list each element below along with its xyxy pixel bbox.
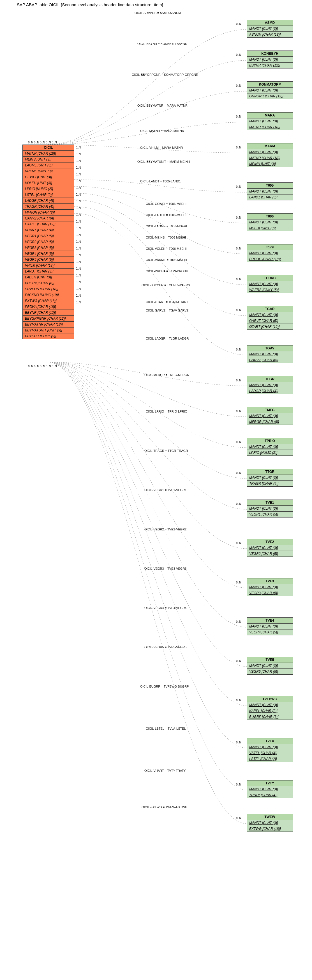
relation-label: OICIL-BBYCUR = TCURC-WAERS bbox=[142, 283, 190, 287]
table-row: VEGR4 [CHAR (5)] bbox=[247, 630, 293, 635]
table-row: BBYMATNR [CHAR (18)] bbox=[23, 321, 74, 328]
table-row: MANDT [CLNT (3)] bbox=[247, 220, 293, 225]
table-row: MANDT [CLNT (3)] bbox=[247, 820, 293, 826]
relation-label: OICIL-GEWEI = T006-MSEHI bbox=[146, 202, 187, 205]
table-row: BUGRP [CHAR (6)] bbox=[23, 280, 74, 286]
table-row: VEGR1 [CHAR (5)] bbox=[23, 233, 74, 239]
cardinality-label: 0..N bbox=[236, 309, 241, 312]
table-header: MARA bbox=[247, 113, 293, 118]
table-header: TVLA bbox=[247, 738, 293, 744]
relation-label: OICIL-LPRIO = TPRIO-LPRIO bbox=[146, 410, 187, 413]
table-header: TVE3 bbox=[247, 578, 293, 584]
table-header: T005 bbox=[247, 183, 293, 189]
table-tve2: TVE2MANDT [CLNT (3)]VEGR2 [CHAR (5)] bbox=[247, 539, 293, 557]
table-row: VHILM [CHAR (18)] bbox=[23, 262, 74, 269]
table-row: MATNR [CHAR (18)] bbox=[247, 155, 293, 161]
table-row: BBYGRPGNR [CHAR (12)] bbox=[23, 316, 74, 321]
table-row: VOLEH [UNIT (3)] bbox=[23, 180, 74, 186]
table-asmd: ASMDMANDT [CLNT (3)]ASNUM [CHAR (18)] bbox=[247, 20, 293, 38]
table-row: KAPPL [CHAR (2)] bbox=[247, 708, 293, 714]
relation-label: OICIL-MEINS = T006-MSEHI bbox=[146, 236, 186, 239]
table-row: SRVPOS [CHAR (18)] bbox=[23, 286, 74, 292]
cardinality-label: 0..N bbox=[236, 53, 241, 56]
table-row: BBYNR [CHAR (12)] bbox=[23, 310, 74, 316]
cardinality-label: 0..N bbox=[76, 146, 81, 149]
table-row: MANDT [CLNT (3)] bbox=[247, 663, 293, 669]
cardinality-label: 0..N bbox=[76, 173, 81, 176]
table-row: LSTEL [CHAR (2)] bbox=[23, 192, 74, 198]
cardinality-label: 0..N bbox=[236, 410, 241, 413]
cardinality-label: 0..N bbox=[236, 348, 241, 351]
table-row: MANDT [CLNT (3)] bbox=[247, 118, 293, 124]
table-row: VEGR5 [CHAR (5)] bbox=[23, 257, 74, 262]
table-row: BBYNR [CHAR (12)] bbox=[247, 63, 293, 68]
cardinality-label: 0..N bbox=[236, 185, 241, 188]
table-t179: T179MANDT [CLNT (3)]PRODH [CHAR (18)] bbox=[247, 244, 293, 262]
table-header: T179 bbox=[247, 245, 293, 250]
cardinality-label: 0..N bbox=[236, 216, 241, 219]
cardinality-label: 0..N bbox=[76, 301, 81, 304]
relation-label: OICIL-MATNR = MARA-MATNR bbox=[140, 129, 184, 132]
table-konbbyh: KONBBYHMANDT [CLNT (3)]BBYNR [CHAR (12)] bbox=[247, 51, 293, 68]
table-header: TGAR bbox=[247, 306, 293, 312]
table-row: MANDT [CLNT (3)] bbox=[247, 545, 293, 551]
cardinality-label: 0..N bbox=[236, 278, 241, 281]
table-row: LANDT [CHAR (3)] bbox=[23, 269, 74, 274]
relation-label: OICIL-LSTEL = TVLA-LSTEL bbox=[146, 727, 186, 730]
table-row: PACKNO [NUMC (10)] bbox=[23, 292, 74, 298]
table-row: MANDT [CLNT (3)] bbox=[247, 57, 293, 63]
table-row: MSEHI [UNIT (3)] bbox=[247, 225, 293, 231]
table-row: MANDT [CLNT (3)] bbox=[247, 250, 293, 256]
relation-label: OICIL-VRKME = T006-MSEHI bbox=[146, 258, 187, 262]
table-tve5: TVE5MANDT [CLNT (3)]VEGR5 [CHAR (5)] bbox=[247, 657, 293, 675]
table-mara: MARAMANDT [CLNT (3)]MATNR [CHAR (18)] bbox=[247, 112, 293, 130]
table-row: MATNR [CHAR (18)] bbox=[247, 124, 293, 130]
table-row: TRATY [CHAR (4)] bbox=[247, 792, 293, 798]
cardinality-label: 0..N bbox=[76, 281, 81, 284]
table-row: LSTEL [CHAR (2)] bbox=[247, 756, 293, 762]
table-tprio: TPRIOMANDT [CLNT (3)]LPRIO [NUMC (2)] bbox=[247, 438, 293, 456]
table-ttgr: TTGRMANDT [CLNT (3)]TRAGR [CHAR (4)] bbox=[247, 469, 293, 487]
relation-label: OICIL-MFRGR = TMFG-MFRGR bbox=[144, 373, 189, 377]
table-row: MFRGR [CHAR (8)] bbox=[247, 419, 293, 425]
table-row: VEGR1 [CHAR (5)] bbox=[247, 512, 293, 517]
table-header: TCURC bbox=[247, 275, 293, 281]
relation-label: OICIL-VEGR5 = TVE5-VEGR5 bbox=[144, 646, 187, 649]
table-konmatgrp: KONMATGRPMANDT [CLNT (3)]GRPGNR [CHAR (1… bbox=[247, 81, 293, 99]
relation-label: OICIL-VEGR2 = TVE2-VEGR2 bbox=[144, 528, 187, 531]
table-row: LAND1 [CHAR (3)] bbox=[247, 194, 293, 200]
table-header: OICIL bbox=[23, 145, 74, 151]
relation-label: OICIL-VEGR3 = TVE3-VEGR3 bbox=[144, 567, 187, 570]
table-tvty: TVTYMANDT [CLNT (3)]TRATY [CHAR (4)] bbox=[247, 780, 293, 798]
cardinality-label: 0..N bbox=[236, 115, 241, 118]
cardinality-label: 0..N bbox=[76, 261, 81, 264]
table-row: EXTWG [CHAR (18)] bbox=[247, 826, 293, 832]
table-tgav: TGAVMANDT [CLNT (3)]GARVZ [CHAR (6)] bbox=[247, 345, 293, 363]
table-row: PRDHA [CHAR (18)] bbox=[23, 304, 74, 310]
table-row: MANDT [CLNT (3)] bbox=[247, 312, 293, 318]
table-tve3: TVE3MANDT [CLNT (3)]VEGR3 [CHAR (5)] bbox=[247, 578, 293, 596]
table-row: GEWEI [UNIT (3)] bbox=[23, 174, 74, 180]
table-row: VEGR4 [CHAR (5)] bbox=[23, 251, 74, 257]
table-row: MANDT [CLNT (3)] bbox=[247, 352, 293, 357]
relation-label: OICIL-VHILM = MARA-MATNR bbox=[140, 146, 183, 149]
table-row: TRAGR [CHAR (4)] bbox=[23, 204, 74, 210]
table-header: TLGR bbox=[247, 376, 293, 382]
relation-label: OICIL-BBYNR = KONBBYH-BBYNR bbox=[137, 42, 187, 46]
cardinality-label: 0..N bbox=[76, 166, 81, 169]
table-t006: T006MANDT [CLNT (3)]MSEHI [UNIT (3)] bbox=[247, 213, 293, 231]
cardinality-label: 0..N bbox=[76, 267, 81, 270]
table-row: TRAGR [CHAR (4)] bbox=[247, 481, 293, 486]
table-row: MANDT [CLNT (3)] bbox=[247, 26, 293, 32]
table-header: TVE4 bbox=[247, 618, 293, 624]
table-header: T006 bbox=[247, 213, 293, 220]
relation-label: OICIL-VHART = TVTY-TRATY bbox=[144, 769, 186, 772]
cardinality-label: 0..N bbox=[76, 200, 81, 203]
cardinality-label: 0..N bbox=[236, 247, 241, 250]
table-row: EXTWG [CHAR (18)] bbox=[23, 298, 74, 304]
cardinality-label: 0..N bbox=[236, 441, 241, 444]
cardinality-label: 0..N bbox=[76, 227, 81, 230]
cardinality-label: 0..N bbox=[236, 783, 241, 786]
relation-label: OICIL-SRVPOS = ASMD-ASNUM bbox=[135, 11, 181, 14]
table-row: MEINS [UNIT (3)] bbox=[23, 157, 74, 162]
